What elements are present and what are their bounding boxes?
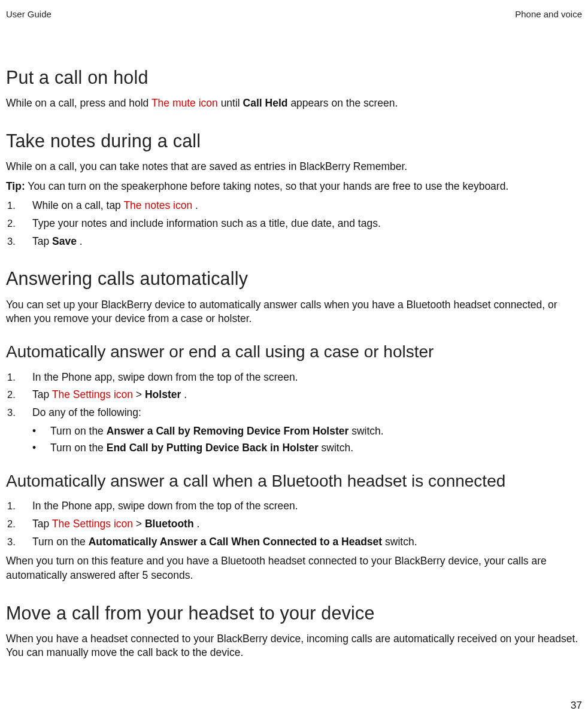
list-item: 2. Type your notes and include informati… — [6, 217, 582, 231]
subheading-bluetooth: Automatically answer a call when a Bluet… — [6, 470, 582, 493]
list-item: 1. In the Phone app, swipe down from the… — [6, 370, 582, 385]
list-item: 3. Turn on the Automatically Answer a Ca… — [6, 535, 582, 549]
list-item: • Turn on the Answer a Call by Removing … — [32, 424, 582, 439]
list-item: 2. Tap The Settings icon > Holster . — [6, 388, 582, 402]
heading-move-call: Move a call from your headset to your de… — [6, 601, 582, 625]
bold-text: End Call by Putting Device Back in Holst… — [107, 442, 319, 454]
notes-icon: The notes icon — [123, 199, 192, 211]
list-item: 2. Tap The Settings icon > Bluetooth . — [6, 517, 582, 531]
settings-icon: The Settings icon — [52, 388, 133, 400]
header-right: Phone and voice — [515, 8, 582, 20]
bold-text: Holster — [145, 388, 181, 400]
heading-take-notes: Take notes during a call — [6, 129, 582, 153]
bold-text: Save — [52, 235, 77, 247]
header-left: User Guide — [6, 8, 51, 20]
bold-text: Bluetooth — [145, 518, 194, 530]
paragraph: While on a call, press and hold The mute… — [6, 96, 582, 111]
tip-paragraph: Tip: You can turn on the speakerphone be… — [6, 180, 582, 194]
numbered-list: 1. In the Phone app, swipe down from the… — [6, 499, 582, 549]
tip-label: Tip: — [6, 180, 25, 192]
heading-answering-calls-auto: Answering calls automatically — [6, 266, 582, 291]
paragraph: When you have a headset connected to you… — [6, 632, 582, 660]
page-header: User Guide Phone and voice — [6, 8, 582, 20]
list-item: • Turn on the End Call by Putting Device… — [32, 441, 582, 455]
list-item: 3. Tap Save . — [6, 235, 582, 249]
list-item: 1. While on a call, tap The notes icon . — [6, 199, 582, 213]
bold-text: Answer a Call by Removing Device From Ho… — [107, 425, 349, 437]
list-item: 3. Do any of the following: — [6, 406, 582, 420]
bold-text: Call Held — [243, 97, 288, 109]
subheading-holster: Automatically answer or end a call using… — [6, 341, 582, 363]
paragraph: When you turn on this feature and you ha… — [6, 554, 582, 582]
bullet-list: • Turn on the Answer a Call by Removing … — [6, 424, 582, 455]
heading-put-call-on-hold: Put a call on hold — [6, 65, 582, 90]
paragraph: You can set up your BlackBerry device to… — [6, 298, 582, 326]
page-number: 37 — [6, 699, 582, 713]
numbered-list: 1. While on a call, tap The notes icon .… — [6, 199, 582, 248]
paragraph: While on a call, you can take notes that… — [6, 160, 582, 174]
bold-text: Automatically Answer a Call When Connect… — [89, 536, 382, 548]
settings-icon: The Settings icon — [52, 518, 133, 530]
numbered-list: 1. In the Phone app, swipe down from the… — [6, 370, 582, 420]
mute-icon: The mute icon — [151, 97, 218, 109]
list-item: 1. In the Phone app, swipe down from the… — [6, 499, 582, 514]
